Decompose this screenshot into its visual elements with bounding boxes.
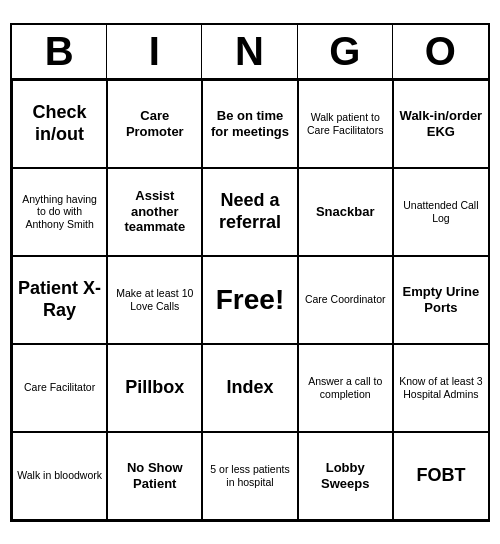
bingo-cell-text: Care Promoter — [112, 108, 197, 139]
bingo-cell: Assist another teammate — [107, 168, 202, 256]
bingo-cell-text: Lobby Sweeps — [303, 460, 388, 491]
bingo-cell-text: Need a referral — [207, 190, 292, 233]
bingo-cell: Index — [202, 344, 297, 432]
bingo-cell-text: Anything having to do with Anthony Smith — [17, 193, 102, 231]
bingo-cell: Anything having to do with Anthony Smith — [12, 168, 107, 256]
bingo-cell: Lobby Sweeps — [298, 432, 393, 520]
bingo-cell: Walk patient to Care Facilitators — [298, 80, 393, 168]
bingo-cell-text: Patient X-Ray — [17, 278, 102, 321]
bingo-cell: Care Facilitator — [12, 344, 107, 432]
bingo-cell-text: 5 or less patients in hospital — [207, 463, 292, 488]
bingo-cell-text: Unattended Call Log — [398, 199, 484, 224]
bingo-cell-text: Answer a call to completion — [303, 375, 388, 400]
bingo-cell: Walk in bloodwork — [12, 432, 107, 520]
bingo-cell: FOBT — [393, 432, 488, 520]
bingo-cell-text: Free! — [216, 283, 284, 317]
bingo-cell-text: Be on time for meetings — [207, 108, 292, 139]
bingo-cell: Care Promoter — [107, 80, 202, 168]
header-letter: O — [393, 25, 488, 78]
bingo-cell: Snackbar — [298, 168, 393, 256]
bingo-cell: No Show Patient — [107, 432, 202, 520]
bingo-cell: Empty Urine Ports — [393, 256, 488, 344]
bingo-cell-text: Assist another teammate — [112, 188, 197, 235]
bingo-cell-text: No Show Patient — [112, 460, 197, 491]
bingo-cell-text: Empty Urine Ports — [398, 284, 484, 315]
header-letter: N — [202, 25, 297, 78]
bingo-cell: Care Coordinator — [298, 256, 393, 344]
bingo-cell: Know of at least 3 Hospital Admins — [393, 344, 488, 432]
bingo-cell-text: Walk patient to Care Facilitators — [303, 111, 388, 136]
bingo-cell: Walk-in/order EKG — [393, 80, 488, 168]
bingo-cell: Answer a call to completion — [298, 344, 393, 432]
bingo-cell: Check in/out — [12, 80, 107, 168]
bingo-cell-text: Check in/out — [17, 102, 102, 145]
bingo-cell-text: Snackbar — [316, 204, 375, 220]
bingo-card: BINGO Check in/outCare PromoterBe on tim… — [10, 23, 490, 522]
bingo-cell-text: Walk in bloodwork — [17, 469, 102, 482]
bingo-cell: 5 or less patients in hospital — [202, 432, 297, 520]
bingo-cell: Pillbox — [107, 344, 202, 432]
bingo-cell: Make at least 10 Love Calls — [107, 256, 202, 344]
bingo-cell-text: Care Coordinator — [305, 293, 386, 306]
bingo-cell: Unattended Call Log — [393, 168, 488, 256]
bingo-header: BINGO — [12, 25, 488, 80]
bingo-cell: Free! — [202, 256, 297, 344]
bingo-cell: Patient X-Ray — [12, 256, 107, 344]
bingo-cell-text: Index — [226, 377, 273, 399]
bingo-cell-text: Make at least 10 Love Calls — [112, 287, 197, 312]
bingo-cell-text: Pillbox — [125, 377, 184, 399]
bingo-cell-text: FOBT — [416, 465, 465, 487]
header-letter: I — [107, 25, 202, 78]
bingo-cell-text: Know of at least 3 Hospital Admins — [398, 375, 484, 400]
bingo-cell-text: Walk-in/order EKG — [398, 108, 484, 139]
bingo-cell: Be on time for meetings — [202, 80, 297, 168]
bingo-cell-text: Care Facilitator — [24, 381, 95, 394]
header-letter: B — [12, 25, 107, 78]
header-letter: G — [298, 25, 393, 78]
bingo-cell: Need a referral — [202, 168, 297, 256]
bingo-grid: Check in/outCare PromoterBe on time for … — [12, 80, 488, 520]
